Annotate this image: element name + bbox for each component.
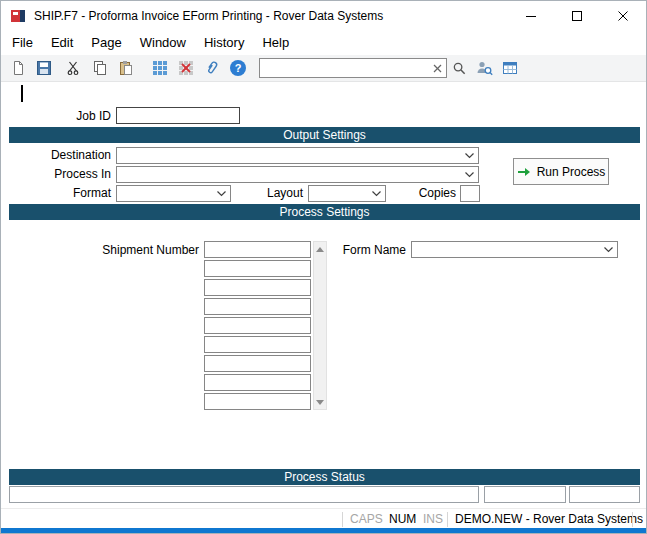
status-field-1 <box>9 486 479 503</box>
new-button[interactable] <box>7 57 29 79</box>
person-search-icon <box>476 60 493 76</box>
destination-select[interactable] <box>116 147 479 164</box>
close-button[interactable] <box>600 1 646 31</box>
menu-item-file[interactable]: File <box>3 31 42 55</box>
destination-label: Destination <box>1 147 111 164</box>
format-label: Format <box>1 185 111 202</box>
chevron-down-icon <box>604 247 613 253</box>
window-controls <box>508 1 646 31</box>
statusbar-separator <box>447 512 448 527</box>
window-title: SHIP.F7 - Proforma Invoice EForm Printin… <box>34 1 383 31</box>
environment-label: DEMO.NEW - Rover Data Systems <box>455 509 643 530</box>
paperclip-icon <box>204 60 220 76</box>
job-id-label: Job ID <box>1 108 111 125</box>
status-bar: CAPS NUM INS DEMO.NEW - Rover Data Syste… <box>1 508 646 530</box>
copy-button[interactable] <box>89 57 111 79</box>
menu-item-edit[interactable]: Edit <box>42 31 82 55</box>
menu-item-page[interactable]: Page <box>82 31 130 55</box>
grid-button[interactable] <box>149 57 171 79</box>
shipment-number-list <box>204 241 311 412</box>
layout-label: Layout <box>231 185 303 202</box>
search-icon <box>452 61 467 76</box>
person-search-button[interactable] <box>473 57 495 79</box>
shipment-number-input[interactable] <box>204 260 311 277</box>
toolbar-search-input[interactable] <box>260 59 446 77</box>
clear-search-icon[interactable] <box>433 64 442 73</box>
shipment-number-label: Shipment Number <box>1 242 199 259</box>
shipment-number-input[interactable] <box>204 279 311 296</box>
table-icon <box>502 60 518 76</box>
maximize-button[interactable] <box>554 1 600 31</box>
grid-icon <box>152 60 168 76</box>
cut-button[interactable] <box>63 57 85 79</box>
num-indicator: NUM <box>389 509 416 530</box>
menu-item-history[interactable]: History <box>195 31 253 55</box>
chevron-down-icon <box>465 172 474 178</box>
run-process-button[interactable]: Run Process <box>513 158 609 185</box>
title-bar: SHIP.F7 - Proforma Invoice EForm Printin… <box>1 1 646 31</box>
app-window: SHIP.F7 - Proforma Invoice EForm Printin… <box>0 0 647 534</box>
section-header-output-settings: Output Settings <box>9 127 640 143</box>
table-button[interactable] <box>499 57 521 79</box>
ins-indicator: INS <box>423 509 443 530</box>
shipment-number-input[interactable] <box>204 298 311 315</box>
form-name-select[interactable] <box>411 241 618 258</box>
maximize-icon <box>572 11 582 21</box>
menu-item-help[interactable]: Help <box>253 31 298 55</box>
bottom-accent-bar <box>1 528 646 533</box>
menu-item-window[interactable]: Window <box>131 31 195 55</box>
layout-select[interactable] <box>308 185 386 202</box>
form-name-label: Form Name <box>281 242 406 259</box>
paste-button[interactable] <box>115 57 137 79</box>
chevron-down-icon <box>217 191 226 197</box>
shipment-number-input[interactable] <box>204 374 311 391</box>
status-field-2 <box>484 486 566 503</box>
shipment-number-input[interactable] <box>204 355 311 372</box>
process-in-label: Process In <box>1 166 111 183</box>
caps-indicator: CAPS <box>350 509 383 530</box>
statusbar-separator <box>342 512 343 527</box>
copies-label: Copies <box>386 185 456 202</box>
save-icon <box>36 60 52 76</box>
attach-button[interactable] <box>201 57 223 79</box>
process-in-select[interactable] <box>116 166 479 183</box>
search-button[interactable] <box>449 58 469 78</box>
copy-icon <box>92 60 108 76</box>
chevron-down-icon <box>465 153 474 159</box>
run-arrow-icon <box>517 166 531 178</box>
status-field-3 <box>569 486 640 503</box>
toolbar-search <box>259 58 447 78</box>
paste-icon <box>118 60 134 76</box>
text-caret <box>21 85 23 102</box>
section-header-process-status: Process Status <box>9 469 640 485</box>
grid-delete-icon <box>178 60 194 76</box>
new-document-icon <box>10 60 26 76</box>
shipment-scrollbar[interactable] <box>313 241 327 410</box>
grid-delete-button[interactable] <box>175 57 197 79</box>
minimize-icon <box>526 11 536 21</box>
help-icon: ? <box>230 60 246 76</box>
menu-bar: File Edit Page Window History Help <box>1 31 646 55</box>
app-icon <box>10 8 26 24</box>
section-header-process-settings: Process Settings <box>9 204 640 220</box>
shipment-number-input[interactable] <box>204 336 311 353</box>
format-select[interactable] <box>116 185 231 202</box>
help-button[interactable]: ? <box>227 57 249 79</box>
chevron-down-icon <box>372 191 381 197</box>
toolbar: ? <box>1 55 646 82</box>
close-icon <box>618 11 628 21</box>
shipment-number-input[interactable] <box>204 393 311 410</box>
scroll-down-icon <box>316 400 324 405</box>
copies-input[interactable] <box>460 185 480 202</box>
run-process-label: Run Process <box>537 165 606 179</box>
scissors-icon <box>66 60 82 76</box>
shipment-number-input[interactable] <box>204 317 311 334</box>
statusbar-separator <box>632 512 633 527</box>
job-id-input[interactable] <box>116 107 240 124</box>
minimize-button[interactable] <box>508 1 554 31</box>
scroll-down-button[interactable] <box>314 396 326 408</box>
save-button[interactable] <box>33 57 55 79</box>
